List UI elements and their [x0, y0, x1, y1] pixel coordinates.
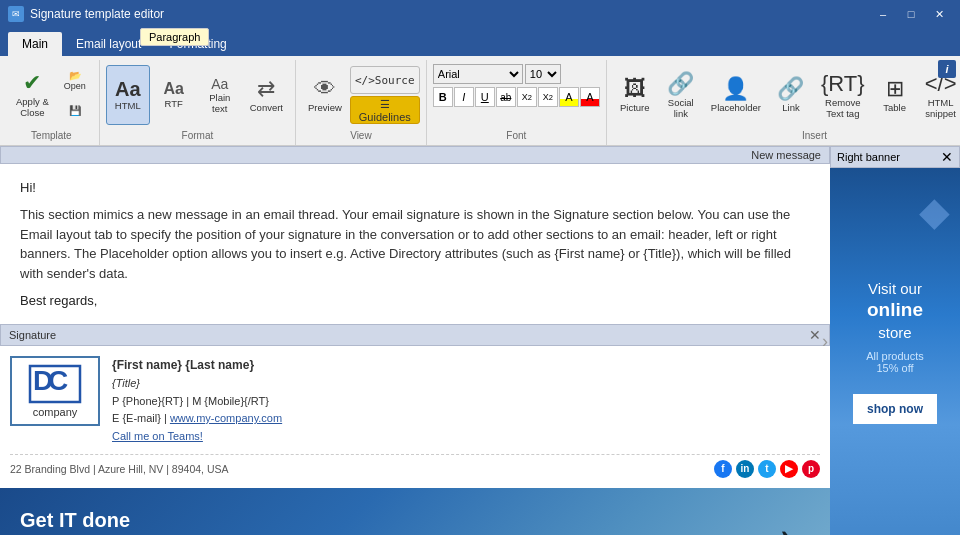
sig-address-row: 22 Branding Blvd | Azure Hill, NV | 8940…	[10, 454, 820, 478]
table-button[interactable]: ⊞ Table	[873, 65, 917, 125]
email-content[interactable]: Hi! This section mimics a new message in…	[0, 164, 830, 324]
guidelines-button[interactable]: ☰ Guidelines	[350, 96, 420, 124]
right-banner-label: Right banner	[837, 151, 900, 163]
font-size-select[interactable]: 10	[525, 64, 561, 84]
placeholder-button[interactable]: 👤 Placeholder	[705, 65, 767, 125]
source-label: </>Source	[355, 74, 415, 87]
underline-button[interactable]: U	[475, 87, 495, 107]
email-greeting: Hi!	[20, 180, 810, 195]
strikethrough-button[interactable]: ab	[496, 87, 516, 107]
plain-text-button[interactable]: Aa Plaintext	[198, 65, 242, 125]
social-link-button[interactable]: 🔗 Sociallink	[659, 65, 703, 125]
picture-icon: 🖼	[624, 76, 646, 102]
right-banner-content: ◆ Visit our online store All products15%…	[830, 168, 960, 535]
preview-button[interactable]: 👁 Preview	[302, 65, 348, 125]
insert-buttons: 🖼 Picture 🔗 Sociallink 👤 Placeholder 🔗 L…	[613, 62, 960, 128]
apply-close-button[interactable]: ✔ Apply &Close	[10, 65, 55, 125]
subscript-button[interactable]: X2	[517, 87, 537, 107]
superscript-button[interactable]: X2	[538, 87, 558, 107]
link-button[interactable]: 🔗 Link	[769, 65, 813, 125]
format-mini-buttons: B I U ab X2 X2 A A	[433, 87, 600, 107]
view-buttons: 👁 Preview </>Source ☰ Guidelines	[302, 62, 420, 128]
remove-text-tag-icon: {RT}	[821, 71, 865, 97]
preview-label: Preview	[308, 102, 342, 113]
placeholder-label: Placeholder	[711, 102, 761, 113]
sig-phone: P {Phone}{RT} | M {Mobile}{/RT}	[112, 393, 282, 411]
ribbon-group-view: 👁 Preview </>Source ☰ Guidelines View	[296, 60, 427, 145]
font-row-bottom: B I U ab X2 X2 A A	[433, 87, 600, 107]
html-button[interactable]: Aa HTML	[106, 65, 150, 125]
convert-icon: ⇄	[257, 76, 275, 102]
twitter-icon[interactable]: t	[758, 460, 776, 478]
format-buttons: Aa HTML Aa RTF Aa Plaintext ⇄ Convert	[106, 62, 289, 128]
right-banner-sub: All products15% off	[866, 350, 923, 374]
right-banner-close-button[interactable]: ✕	[941, 149, 953, 165]
html-snippet-label: HTMLsnippet	[925, 97, 956, 120]
signature-label: Signature	[9, 329, 56, 341]
paragraph-label: Paragraph	[140, 28, 209, 46]
plain-icon: Aa	[211, 76, 228, 92]
linkedin-icon[interactable]: in	[736, 460, 754, 478]
open-button[interactable]: 📂 Open	[57, 66, 93, 94]
youtube-icon[interactable]: ▶	[780, 460, 798, 478]
source-button[interactable]: </>Source	[350, 66, 420, 94]
sig-email: E {E-mail} | www.my-company.com	[112, 410, 282, 428]
window-title: Signature template editor	[30, 7, 870, 21]
bold-button[interactable]: B	[433, 87, 453, 107]
editor-area[interactable]: New message Hi! This section mimics a ne…	[0, 146, 830, 535]
social-link-icon: 🔗	[667, 71, 694, 97]
template-buttons: ✔ Apply &Close 📂 Open 💾	[10, 62, 93, 128]
scroll-hint: ›	[822, 330, 828, 351]
banner-headline: Get IT done faster than ever	[20, 508, 169, 535]
svg-text:C: C	[48, 365, 68, 396]
italic-button[interactable]: I	[454, 87, 474, 107]
sig-name: {First name} {Last name}	[112, 356, 282, 375]
email-body: This section mimics a new message in an …	[20, 205, 810, 283]
banner-text: Get IT done faster than ever LEARN MORE	[20, 508, 169, 535]
picture-button[interactable]: 🖼 Picture	[613, 65, 657, 125]
right-banner-shop-button[interactable]: shop now	[853, 394, 937, 424]
signature-close-button[interactable]: ✕	[809, 327, 821, 343]
pinterest-icon[interactable]: p	[802, 460, 820, 478]
ribbon-group-insert: 🖼 Picture 🔗 Sociallink 👤 Placeholder 🔗 L…	[607, 60, 960, 145]
format-group-label: Format	[182, 128, 214, 143]
html-icon: Aa	[115, 78, 141, 100]
tab-main[interactable]: Main	[8, 32, 62, 56]
banner-ad: Get IT done faster than ever LEARN MORE …	[0, 488, 830, 535]
social-link-label: Sociallink	[668, 97, 694, 120]
highlight-button[interactable]: A	[559, 87, 579, 107]
decorative-diamond: ◆	[919, 188, 950, 234]
save-button[interactable]: 💾	[57, 96, 93, 124]
minimize-button[interactable]: –	[870, 4, 896, 24]
titlebar: ✉ Signature template editor – □ ✕	[0, 0, 960, 28]
insert-group-label: Insert	[802, 128, 827, 143]
close-button[interactable]: ✕	[926, 4, 952, 24]
font-row-top: Arial 10	[433, 64, 600, 84]
maximize-button[interactable]: □	[898, 4, 924, 24]
app-icon: ✉	[8, 6, 24, 22]
color-button[interactable]: A	[580, 87, 600, 107]
template-group-label: Template	[31, 128, 72, 143]
right-banner: Right banner ✕ ◆ Visit our online store …	[830, 146, 960, 535]
ribbon-group-template: ✔ Apply &Close 📂 Open 💾 Template	[4, 60, 100, 145]
rtf-label: RTF	[165, 98, 183, 109]
convert-button[interactable]: ⇄ Convert	[244, 65, 289, 125]
right-banner-header: Right banner ✕	[830, 146, 960, 168]
sig-logo-icon: D C	[28, 364, 83, 404]
sig-top: D C company {First name} {Last name} {Ti…	[10, 356, 820, 446]
sig-email-link[interactable]: www.my-company.com	[170, 412, 282, 424]
rtf-button[interactable]: Aa RTF	[152, 65, 196, 125]
signature-bar: Signature ✕	[0, 324, 830, 346]
apply-close-label: Apply &Close	[16, 96, 49, 119]
email-regards: Best regards,	[20, 293, 810, 308]
facebook-icon[interactable]: f	[714, 460, 732, 478]
sig-teams-link[interactable]: Call me on Teams!	[112, 430, 203, 442]
font-family-select[interactable]: Arial	[433, 64, 523, 84]
open-icon: 📂	[69, 70, 81, 81]
info-button[interactable]: i	[938, 60, 956, 78]
picture-label: Picture	[620, 102, 650, 113]
right-banner-text: Visit our online store	[867, 279, 923, 343]
remove-text-tag-button[interactable]: {RT} RemoveText tag	[815, 65, 871, 125]
ribbon: ✔ Apply &Close 📂 Open 💾 Template Aa HTML	[0, 56, 960, 146]
font-group-label: Font	[506, 128, 526, 143]
